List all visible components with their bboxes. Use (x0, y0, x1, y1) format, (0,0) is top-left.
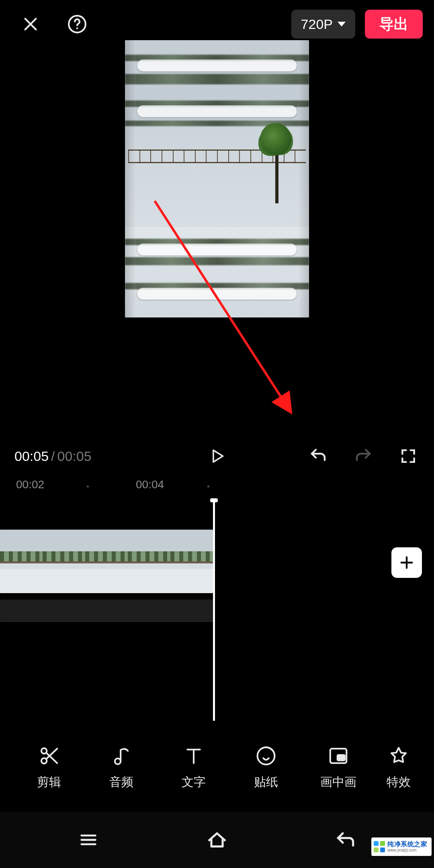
time-separator: / (51, 448, 55, 464)
ruler-dot (87, 485, 89, 487)
clip-thumb (128, 530, 170, 593)
audio-track[interactable] (0, 600, 213, 622)
close-icon[interactable] (19, 13, 42, 35)
total-time: 00:05 (57, 448, 92, 464)
ruler-tick: 00:02 (16, 478, 44, 491)
clip-thumb (85, 530, 128, 593)
music-note-icon (111, 745, 132, 767)
home-icon[interactable] (206, 829, 228, 851)
tool-strip: 剪辑 音频 文字 贴纸 画中画 特效 (0, 731, 434, 804)
current-time: 00:05 (14, 448, 49, 464)
text-icon (183, 745, 205, 767)
playback-bar: 00:05 / 00:05 (0, 438, 434, 474)
tool-effects[interactable]: 特效 (375, 745, 423, 790)
system-nav-bar (0, 812, 434, 868)
resolution-selector[interactable]: 720P (291, 10, 355, 39)
svg-point-1 (76, 27, 78, 29)
clip-thumb (0, 530, 43, 593)
timeline-ruler[interactable]: 00:02 00:04 (0, 478, 434, 496)
time-display: 00:05 / 00:05 (14, 448, 92, 464)
ruler-dot (207, 485, 209, 487)
export-button-label: 导出 (379, 14, 408, 34)
svg-point-5 (115, 758, 121, 764)
undo-icon[interactable] (307, 445, 330, 467)
watermark-url: www.ycwjzj.com (387, 848, 427, 852)
video-track[interactable] (0, 530, 213, 593)
menu-icon[interactable] (77, 829, 100, 851)
tool-pip[interactable]: 画中画 (302, 745, 375, 790)
play-icon[interactable] (206, 445, 228, 467)
svg-rect-8 (338, 755, 345, 760)
tool-audio[interactable]: 音频 (85, 745, 158, 790)
tool-sticker[interactable]: 贴纸 (230, 745, 302, 790)
pip-icon (328, 745, 349, 767)
tool-label: 文字 (182, 774, 206, 790)
redo-icon[interactable] (352, 445, 375, 467)
star-icon (388, 745, 409, 767)
ruler-tick: 00:04 (136, 478, 164, 491)
clip-thumb (170, 530, 213, 593)
add-clip-button[interactable] (391, 547, 422, 578)
export-button[interactable]: 导出 (365, 10, 423, 39)
video-preview[interactable] (125, 40, 309, 317)
sticker-icon (255, 745, 277, 767)
tool-text[interactable]: 文字 (158, 745, 230, 790)
playhead[interactable] (213, 500, 215, 721)
watermark: 纯净系统之家 www.ycwjzj.com (371, 837, 432, 856)
tool-label: 贴纸 (254, 774, 278, 790)
timeline[interactable] (0, 500, 434, 669)
watermark-logo-icon (374, 841, 385, 852)
tool-label: 画中画 (320, 774, 356, 790)
tool-edit[interactable]: 剪辑 (13, 745, 85, 790)
chevron-down-icon (338, 22, 346, 27)
watermark-title: 纯净系统之家 (387, 841, 427, 848)
help-circle-icon[interactable] (66, 13, 88, 35)
clip-thumb (43, 530, 85, 593)
preview-area (0, 40, 434, 330)
tool-label: 音频 (109, 774, 133, 790)
tool-label: 剪辑 (37, 774, 61, 790)
scissors-icon (38, 745, 60, 767)
resolution-label: 720P (301, 16, 333, 32)
back-icon[interactable] (334, 829, 357, 851)
tool-label: 特效 (387, 774, 411, 790)
plus-icon (399, 555, 415, 571)
fullscreen-icon[interactable] (397, 445, 420, 467)
